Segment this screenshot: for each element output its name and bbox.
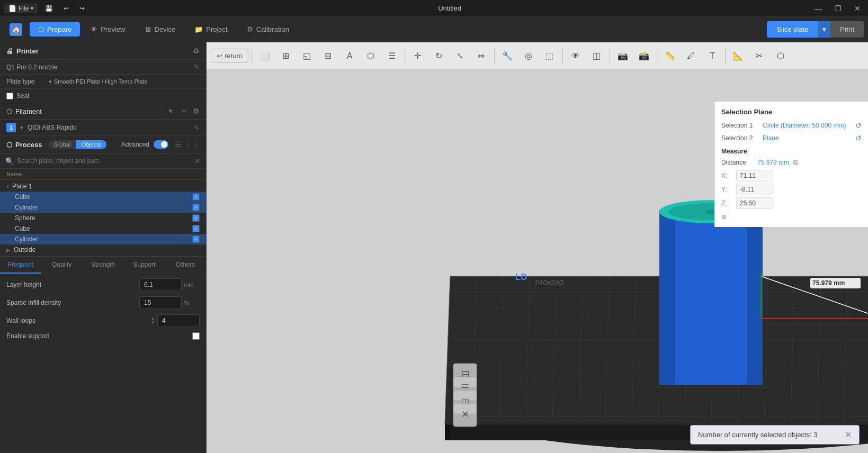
view2-button[interactable]: ◫ <box>587 47 606 66</box>
process-grid-icon[interactable]: ⋮⋮ <box>185 140 200 149</box>
view1-button[interactable]: 👁 <box>566 47 585 66</box>
tree-item-cylinder1[interactable]: Cylinder ✓ <box>0 202 206 213</box>
x-label: X: <box>721 172 732 179</box>
statusbar-close-icon[interactable]: ✕ <box>845 430 852 440</box>
tree-checkbox-cylinder2[interactable]: ✓ <box>192 235 200 243</box>
mirror-tool-button[interactable]: ⇔ <box>472 47 491 66</box>
tab-project[interactable]: 📁 Project <box>186 22 236 37</box>
sparse-infill-input[interactable] <box>139 296 182 309</box>
search-input[interactable] <box>17 157 191 165</box>
process-tabs: Frequent Quality Strength Support Others <box>0 257 206 274</box>
copy-icon[interactable]: ⧉ <box>793 158 798 167</box>
grid-view-button[interactable]: ⊞ <box>276 47 296 66</box>
window-title: Untitled <box>438 4 461 12</box>
global-toggle-button[interactable]: Global <box>49 140 76 149</box>
measure-button[interactable]: 📏 <box>660 47 679 66</box>
mesh-button[interactable]: ⬡ <box>771 47 790 66</box>
objects-toggle-button[interactable]: Objects <box>76 140 106 149</box>
slice-plate-button[interactable]: Slice plate <box>767 21 818 38</box>
tree-item-sphere[interactable]: Sphere ✓ <box>0 213 206 223</box>
redo-button[interactable]: ↪ <box>76 4 88 13</box>
wall-loops-input[interactable] <box>157 314 200 327</box>
rotate-tool-button[interactable]: ↻ <box>429 47 449 66</box>
seam-button[interactable]: ◎ <box>519 47 538 66</box>
titlebar-left: 📄 File ▾ 💾 ↩ ↪ <box>4 4 88 13</box>
close-button[interactable]: ✕ <box>851 3 864 14</box>
printer-settings-icon[interactable]: ⚙ <box>193 47 200 55</box>
scale-tool-button[interactable]: ⤡ <box>451 47 470 66</box>
return-button[interactable]: ↩ return <box>211 49 248 63</box>
y-input[interactable] <box>736 184 773 195</box>
tab-preview[interactable]: 👁 Preview <box>82 22 133 37</box>
tab-others[interactable]: Others <box>165 257 206 274</box>
tree-item-cube2[interactable]: Cube ✓ <box>0 223 206 234</box>
selection2-reset-icon[interactable]: ↺ <box>855 134 862 142</box>
tab-support[interactable]: Support <box>123 257 165 274</box>
seal-checkbox[interactable] <box>6 93 13 99</box>
selection2-label: Selection 2 <box>721 134 758 142</box>
undo-button[interactable]: ↩ <box>60 4 72 13</box>
selection1-reset-icon[interactable]: ↺ <box>855 121 862 130</box>
printer-edit-icon[interactable]: ✎ <box>194 63 200 71</box>
selection-button[interactable]: ⬚ <box>540 47 559 66</box>
undo-icon: ↩ <box>217 52 222 60</box>
z-input[interactable] <box>736 197 773 209</box>
paint-button[interactable]: 🖊 <box>682 47 701 66</box>
tab-home[interactable]: 🏠 <box>4 20 28 39</box>
remove-filament-button[interactable]: − <box>180 106 189 116</box>
plate1-group[interactable]: ▾ Plate 1 <box>0 181 206 192</box>
minimize-button[interactable]: — <box>811 3 825 14</box>
file-menu[interactable]: 📄 File ▾ <box>4 4 38 13</box>
camera1-button[interactable]: 📷 <box>613 47 632 66</box>
cube-view-button[interactable]: ⬜ <box>255 47 274 66</box>
layer-height-input[interactable] <box>139 278 182 291</box>
toolbar-sep-2 <box>405 49 405 64</box>
outside-group[interactable]: ▶ Outside <box>0 244 206 255</box>
titlebar: 📄 File ▾ 💾 ↩ ↪ Untitled — ❐ ✕ <box>0 0 868 17</box>
tree-checkbox-cube2[interactable]: ✓ <box>192 225 200 232</box>
wall-loops-label: Wall loops <box>6 317 151 324</box>
tab-prepare[interactable]: ⬡ Prepare <box>30 22 80 37</box>
navbar: 🏠 ⬡ Prepare 👁 Preview 🖥 Device 📁 Project… <box>0 17 868 42</box>
ruler-button[interactable]: 📐 <box>729 47 748 66</box>
move-tool-button[interactable]: ✛ <box>408 47 427 66</box>
filament-settings-icon[interactable]: ⚙ <box>193 107 200 115</box>
tab-calibration[interactable]: ⚙ Calibration <box>238 22 298 37</box>
tree-item-cylinder2[interactable]: Cylinder ✓ <box>0 234 206 244</box>
3d-viewport[interactable]: ↩ return ⬜ ⊞ ◱ ⊟ A ⬡ ☰ ✛ ↻ ⤡ ⇔ 🔧 ◎ ⬚ 👁 ◫… <box>207 42 868 453</box>
restore-button[interactable]: ❐ <box>831 3 845 14</box>
support-button[interactable]: 🔧 <box>498 47 517 66</box>
camera2-button[interactable]: 📸 <box>634 47 654 66</box>
measure-tool-icon[interactable]: ⊞ <box>721 213 862 221</box>
cut-button[interactable]: ✂ <box>750 47 769 66</box>
tab-quality[interactable]: Quality <box>41 257 83 274</box>
save-button[interactable]: 💾 <box>42 4 56 13</box>
enable-support-checkbox[interactable] <box>192 332 200 340</box>
tab-strength[interactable]: Strength <box>83 257 124 274</box>
process-icon: ⬡ <box>6 141 12 149</box>
tree-checkbox-cube1[interactable]: ✓ <box>192 193 200 201</box>
search-clear-icon[interactable]: ✕ <box>194 157 201 165</box>
tab-frequent[interactable]: Frequent <box>0 257 41 274</box>
layer-height-label: Layer height <box>6 281 139 288</box>
device-icon: 🖥 <box>145 25 151 33</box>
tree-checkbox-sphere[interactable]: ✓ <box>192 214 200 222</box>
tree-checkbox-cylinder1[interactable]: ✓ <box>192 204 200 211</box>
list-view-button[interactable]: ☰ <box>382 47 401 66</box>
letters-button[interactable]: T <box>703 47 722 66</box>
print-button[interactable]: Print <box>830 21 864 38</box>
filament-edit-icon[interactable]: ✎ <box>194 124 200 132</box>
tree-item-cube1[interactable]: Cube ✓ <box>0 192 206 202</box>
x-input[interactable] <box>736 170 773 182</box>
plate-view-button[interactable]: ◱ <box>298 47 317 66</box>
3d-scene[interactable]: 240x240 QIDITECH <box>207 70 868 453</box>
grid-alt-button[interactable]: ⊟ <box>319 47 338 66</box>
advanced-toggle-switch[interactable] <box>154 140 168 149</box>
slice-dropdown-button[interactable]: ▾ <box>818 21 830 38</box>
process-list-icon[interactable]: ☰ <box>175 140 182 149</box>
slice-view-button[interactable]: ⬡ <box>361 47 380 66</box>
wall-loops-down[interactable]: ▼ <box>151 321 155 325</box>
add-filament-button[interactable]: + <box>166 106 175 116</box>
tab-device[interactable]: 🖥 Device <box>136 22 184 37</box>
auto-button[interactable]: A <box>340 47 359 66</box>
